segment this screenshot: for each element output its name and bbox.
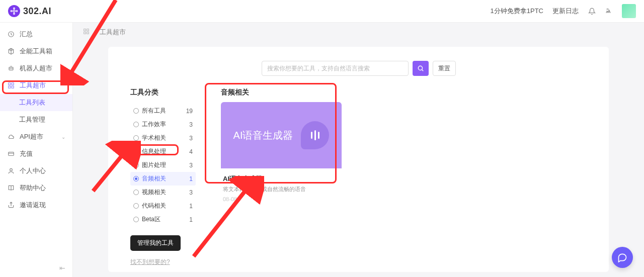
radio-icon xyxy=(133,190,139,195)
nav-label: 工具管理 xyxy=(19,115,45,124)
search-button[interactable] xyxy=(413,61,429,76)
category-panel: 工具分类 所有工具19 工作效率3 学术相关3 信息处理4 图片处理3 音频相关… xyxy=(130,88,196,266)
bell-icon[interactable] xyxy=(588,7,596,15)
nav-label: 个人中心 xyxy=(20,166,46,175)
user-icon xyxy=(7,167,15,175)
cloud-icon xyxy=(7,133,15,141)
book-icon xyxy=(7,184,15,192)
tools-area: 音频相关 AI语音生成器 AI语音生成器 将文本内容转换成自然流畅的语音 08-… xyxy=(221,88,587,204)
user-avatar[interactable] xyxy=(622,4,636,18)
nav-label: 汇总 xyxy=(20,30,33,39)
svg-point-19 xyxy=(418,66,422,70)
category-video[interactable]: 视频相关3 xyxy=(130,186,196,199)
thumb-text: AI语音生成器 xyxy=(233,129,293,142)
brand-logo[interactable]: 302.AI xyxy=(8,5,51,17)
svg-rect-13 xyxy=(8,152,14,156)
brand-text: 302.AI xyxy=(23,6,51,17)
not-found-link[interactable]: 找不到想要的? xyxy=(130,258,196,266)
section-title: 音频相关 xyxy=(221,88,587,97)
svg-point-1 xyxy=(14,8,15,9)
svg-rect-9 xyxy=(8,83,10,85)
radio-icon xyxy=(133,149,139,154)
category-info[interactable]: 信息处理4 xyxy=(130,145,196,158)
svg-point-7 xyxy=(10,68,10,69)
nav-invite[interactable]: 邀请返现 xyxy=(0,197,72,214)
svg-rect-10 xyxy=(12,83,14,85)
app-header: 302.AI 1分钟免费拿1PTC 更新日志 xyxy=(0,0,644,23)
manage-tools-button[interactable]: 管理我的工具 xyxy=(130,235,181,251)
nav-tool-list[interactable]: 工具列表 xyxy=(0,94,72,111)
radio-icon xyxy=(133,176,139,181)
svg-point-2 xyxy=(14,13,15,15)
share-icon xyxy=(7,202,15,209)
chevron-down-icon: ⌄ xyxy=(61,134,65,140)
tool-card-desc: 将文本内容转换成自然流畅的语音 xyxy=(223,186,340,193)
audio-wave-icon xyxy=(301,121,329,149)
chevron-up-icon: ⌃ xyxy=(61,83,65,88)
category-audio[interactable]: 音频相关1 xyxy=(130,172,196,186)
category-academic[interactable]: 学术相关3 xyxy=(130,131,196,145)
nav-label: 充值 xyxy=(20,149,33,158)
reset-button[interactable]: 重置 xyxy=(433,61,456,76)
category-title: 工具分类 xyxy=(130,88,196,97)
nav-api-market[interactable]: API超市 ⌄ xyxy=(0,128,72,145)
nav-label: API超市 xyxy=(20,132,43,141)
svg-rect-17 xyxy=(84,32,86,34)
svg-rect-11 xyxy=(8,86,10,88)
svg-point-8 xyxy=(12,68,12,69)
header-actions: 1分钟免费拿1PTC 更新日志 xyxy=(491,4,636,18)
translate-icon[interactable] xyxy=(605,7,613,15)
robot-icon xyxy=(7,65,15,72)
main-area: / 工具超市 重置 工具分类 所有工具19 工作效率3 学术相关3 信息处理4 … xyxy=(73,23,644,277)
nav-help[interactable]: 帮助中心 xyxy=(0,179,72,197)
grid-icon xyxy=(83,28,90,36)
tool-card-date: 08-08 xyxy=(223,196,340,202)
radio-icon xyxy=(133,162,139,168)
nav-label: 帮助中心 xyxy=(20,183,46,193)
nav-profile[interactable]: 个人中心 xyxy=(0,162,72,179)
tool-card-ai-voice[interactable]: AI语音生成器 AI语音生成器 将文本内容转换成自然流畅的语音 08-08 xyxy=(221,102,342,204)
dashboard-icon xyxy=(7,31,15,38)
nav-tool-manage[interactable]: 工具管理 xyxy=(0,111,72,128)
svg-point-0 xyxy=(13,10,15,12)
category-all[interactable]: 所有工具19 xyxy=(130,104,196,118)
brand-icon xyxy=(8,5,20,17)
changelog-link[interactable]: 更新日志 xyxy=(552,7,579,16)
category-code[interactable]: 代码相关1 xyxy=(130,199,196,213)
category-image[interactable]: 图片处理3 xyxy=(130,158,196,172)
chat-fab[interactable] xyxy=(612,247,633,268)
svg-rect-18 xyxy=(87,32,89,34)
nav-toolbox[interactable]: 全能工具箱 xyxy=(0,43,72,60)
promo-link[interactable]: 1分钟免费拿1PTC xyxy=(491,7,543,16)
nav-label: 全能工具箱 xyxy=(20,47,52,56)
radio-icon xyxy=(133,203,139,209)
nav-tool-market[interactable]: 工具超市 ⌃ xyxy=(0,77,72,94)
wallet-icon xyxy=(7,150,15,158)
svg-point-4 xyxy=(16,11,18,12)
content-card: 重置 工具分类 所有工具19 工作效率3 学术相关3 信息处理4 图片处理3 音… xyxy=(108,47,609,272)
svg-rect-16 xyxy=(87,29,89,31)
collapse-sidebar-icon[interactable]: ⇤ xyxy=(59,264,67,272)
search-input[interactable] xyxy=(262,61,409,76)
breadcrumb-item[interactable]: 工具超市 xyxy=(100,28,126,37)
nav-label: 工具列表 xyxy=(19,98,45,107)
category-beta[interactable]: Beta区1 xyxy=(130,213,196,226)
svg-rect-12 xyxy=(12,86,14,88)
breadcrumb: / 工具超市 xyxy=(73,23,644,42)
grid-icon xyxy=(7,82,15,89)
svg-point-3 xyxy=(11,11,12,12)
radio-icon xyxy=(133,135,139,141)
category-productivity[interactable]: 工作效率3 xyxy=(130,118,196,131)
search-icon xyxy=(417,65,424,72)
tool-card-name: AI语音生成器 xyxy=(223,174,340,183)
nav-summary[interactable]: 汇总 xyxy=(0,26,72,43)
radio-icon xyxy=(133,217,139,222)
nav-robot-market[interactable]: 机器人超市 ⌄ xyxy=(0,60,72,77)
nav-recharge[interactable]: 充值 xyxy=(0,145,72,162)
svg-point-14 xyxy=(10,168,12,171)
tool-card-meta: AI语音生成器 将文本内容转换成自然流畅的语音 08-08 xyxy=(221,168,342,204)
chat-icon xyxy=(617,252,627,262)
nav-label: 工具超市 xyxy=(20,81,46,90)
radio-icon xyxy=(133,108,139,114)
radio-icon xyxy=(133,122,139,127)
